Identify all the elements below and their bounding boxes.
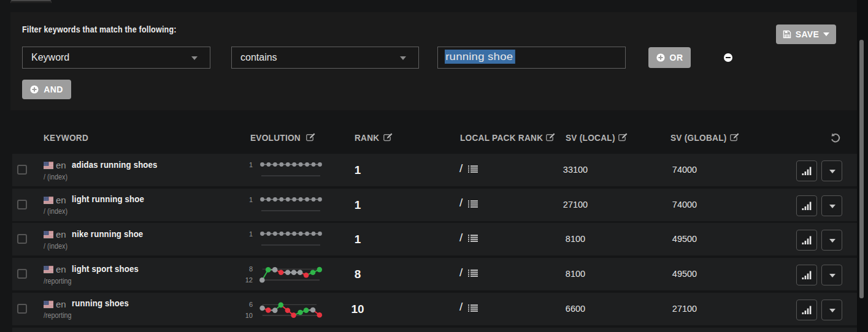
svg-text:12: 12 xyxy=(245,276,253,284)
svg-text:6: 6 xyxy=(249,301,253,308)
svg-text:1: 1 xyxy=(249,230,253,238)
svg-text:1: 1 xyxy=(249,195,253,203)
svg-text:8: 8 xyxy=(249,265,253,273)
svg-text:10: 10 xyxy=(245,312,253,319)
svg-text:1: 1 xyxy=(249,161,253,168)
